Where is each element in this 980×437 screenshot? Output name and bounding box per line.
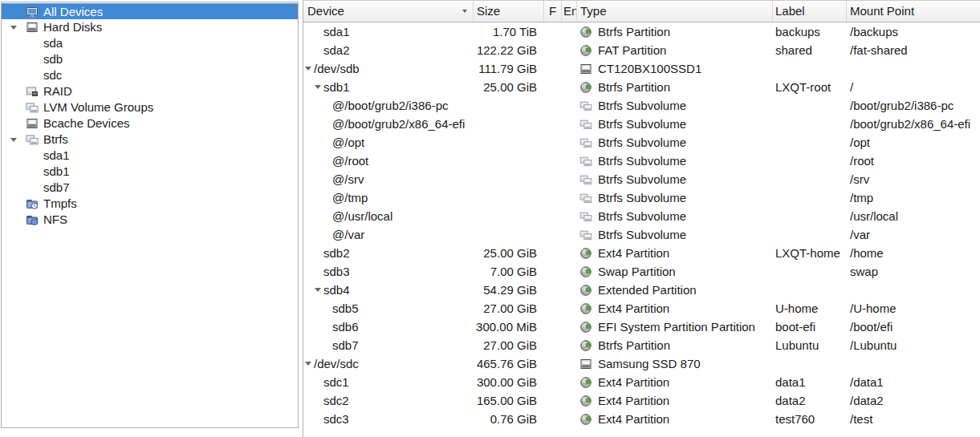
flags-cell: [544, 225, 562, 244]
table-row-sdb3[interactable]: sdb37.00 GiBSwap Partitionswap: [303, 262, 980, 281]
encrypted-cell: [562, 391, 577, 410]
sidebar-item-btrfs[interactable]: Btrfs: [2, 132, 298, 148]
table-row-sdb6[interactable]: sdb6300.00 MiBEFI System Partition Parti…: [303, 318, 980, 336]
device-cell: @/srv: [303, 170, 474, 188]
table-row-usr-local[interactable]: @/usr/localBtrfs Subvolume/usr/local: [303, 207, 980, 225]
table-row-sda1[interactable]: sda11.70 TiBBtrfs Partitionbackups/backu…: [303, 22, 980, 41]
size-cell: 122.22 GiB: [474, 41, 544, 59]
flags-cell: [544, 96, 562, 115]
device-cell: /dev/sdb: [303, 59, 474, 78]
type-text: Btrfs Partition: [598, 78, 670, 96]
type-cell: Btrfs Partition: [577, 78, 773, 96]
encrypted-cell: [562, 188, 577, 207]
expander-open-icon[interactable]: [305, 67, 311, 71]
table-row-sdb4[interactable]: sdb454.29 GiBExtended Partition: [303, 281, 980, 299]
sidebar-item-tmpfs[interactable]: Tmpfs: [2, 196, 298, 212]
partition-table-panel: Device Size F En Type Label Mount Point …: [303, 0, 980, 437]
table-row-boot-grub2-i386-pc[interactable]: @/boot/grub2/i386-pcBtrfs Subvolume/boot…: [303, 96, 980, 115]
device-name: sdb7: [332, 338, 359, 352]
sidebar-item-label: sdb7: [43, 180, 70, 196]
size-cell: 111.79 GiB: [474, 59, 544, 78]
table-row-srv[interactable]: @/srvBtrfs Subvolume/srv: [303, 170, 980, 188]
partition-icon: [579, 413, 592, 426]
sidebar-item-all-devices[interactable]: All Devices: [2, 3, 298, 19]
partition-icon: [579, 284, 592, 297]
column-header-mount-point[interactable]: Mount Point: [847, 1, 980, 22]
device-cell: sdb5: [303, 299, 474, 318]
type-text: Ext4 Partition: [598, 391, 669, 410]
table-row-sdb2[interactable]: sdb225.00 GiBExt4 PartitionLXQT-home/hom…: [303, 244, 980, 262]
table-row-sdb1[interactable]: sdb125.00 GiBBtrfs PartitionLXQT-root/: [303, 78, 980, 96]
table-row-root[interactable]: @/rootBtrfs Subvolume/root: [303, 152, 980, 170]
partition-manager-window: All DevicesHard DiskssdasdbsdcRAIDLVM Vo…: [0, 0, 980, 437]
sidebar-item-sdb1[interactable]: sdb1: [2, 164, 298, 180]
type-text: Btrfs Subvolume: [598, 96, 686, 115]
table-row-sdc3[interactable]: sdc30.76 GiBExt4 Partitiontest760/test: [303, 410, 980, 428]
column-header-flags[interactable]: F: [544, 1, 562, 22]
size-cell: [474, 115, 544, 133]
column-header-size[interactable]: Size: [474, 1, 544, 22]
flags-cell: [544, 262, 562, 281]
type-cell: Btrfs Subvolume: [577, 133, 773, 152]
sidebar-item-sdc[interactable]: sdc: [2, 67, 298, 83]
expander-open-icon[interactable]: [305, 362, 311, 366]
lvm-icon: [26, 101, 39, 114]
flags-cell: [544, 41, 562, 59]
flags-cell: [544, 78, 562, 96]
column-header-type[interactable]: Type: [577, 1, 773, 22]
sidebar-item-sda[interactable]: sda: [2, 35, 298, 51]
mount-point-cell: /Lubuntu: [847, 336, 980, 354]
subvolume-icon: [579, 99, 592, 112]
size-cell: [474, 96, 544, 115]
type-cell: FAT Partition: [577, 41, 773, 59]
sidebar-item-sdb[interactable]: sdb: [2, 51, 298, 67]
encrypted-cell: [562, 59, 577, 78]
device-cell: @/opt: [303, 133, 474, 152]
table-row-dev-sdc[interactable]: /dev/sdc465.76 GiBSamsung SSD 870: [303, 354, 980, 373]
mount-point-cell: [847, 281, 980, 299]
sidebar-item-raid[interactable]: RAID: [2, 83, 298, 99]
label-cell: [773, 207, 847, 225]
type-text: Btrfs Subvolume: [598, 152, 686, 170]
table-row-sdb5[interactable]: sdb527.00 GiBExt4 PartitionU-home/U-home: [303, 299, 980, 318]
encrypted-cell: [562, 207, 577, 225]
table-row-sdc2[interactable]: sdc2165.00 GiBExt4 Partitiondata2/data2: [303, 391, 980, 410]
column-header-label[interactable]: Label: [773, 1, 847, 22]
sidebar-item-label: NFS: [43, 212, 67, 228]
expander-open-icon[interactable]: [315, 85, 321, 89]
label-cell: Lubuntu: [773, 336, 847, 354]
type-cell: CT120BX100SSD1: [577, 59, 773, 78]
sidebar-item-hard-disks[interactable]: Hard Disks: [2, 19, 298, 35]
sidebar-item-nfs[interactable]: NFS: [2, 212, 298, 228]
type-text: FAT Partition: [598, 41, 666, 59]
expander-open-icon[interactable]: [10, 26, 17, 30]
table-row-sdc1[interactable]: sdc1300.00 GiBExt4 Partitiondata1/data1: [303, 373, 980, 391]
device-name: /dev/sdc: [314, 357, 359, 370]
sidebar-item-lvm-volume-groups[interactable]: LVM Volume Groups: [2, 99, 298, 115]
table-row-opt[interactable]: @/optBtrfs Subvolume/opt: [303, 133, 980, 152]
encrypted-cell: [562, 318, 577, 336]
btrfs-icon: [26, 133, 39, 146]
type-cell: Ext4 Partition: [577, 244, 773, 262]
label-cell: LXQT-home: [773, 244, 847, 262]
column-header-device[interactable]: Device: [303, 1, 474, 22]
table-row-boot-grub2-x86-64-efi[interactable]: @/boot/grub2/x86_64-efiBtrfs Subvolume/b…: [303, 115, 980, 133]
sidebar-item-sda1[interactable]: sda1: [2, 148, 298, 164]
sidebar-item-sdb7[interactable]: sdb7: [2, 180, 298, 196]
device-cell: @/var: [303, 225, 474, 244]
sidebar-item-label: Btrfs: [43, 132, 68, 148]
expander-open-icon[interactable]: [315, 288, 321, 292]
table-row-sda2[interactable]: sda2122.22 GiBFAT Partitionshared/fat-sh…: [303, 41, 980, 59]
encrypted-cell: [562, 78, 577, 96]
device-cell: sdb3: [303, 262, 474, 281]
sidebar-item-bcache-devices[interactable]: Bcache Devices: [2, 115, 298, 132]
table-row-var[interactable]: @/varBtrfs Subvolume/var: [303, 225, 980, 244]
encrypted-cell: [562, 354, 577, 373]
column-header-encrypted[interactable]: En: [562, 1, 577, 22]
table-row-tmp[interactable]: @/tmpBtrfs Subvolume/tmp: [303, 188, 980, 207]
table-row-dev-sdb[interactable]: /dev/sdb111.79 GiBCT120BX100SSD1: [303, 59, 980, 78]
type-text: Btrfs Subvolume: [598, 207, 686, 225]
device-cell: sdb6: [303, 318, 474, 336]
table-row-sdb7[interactable]: sdb727.00 GiBBtrfs PartitionLubuntu/Lubu…: [303, 336, 980, 354]
expander-open-icon[interactable]: [10, 138, 17, 142]
